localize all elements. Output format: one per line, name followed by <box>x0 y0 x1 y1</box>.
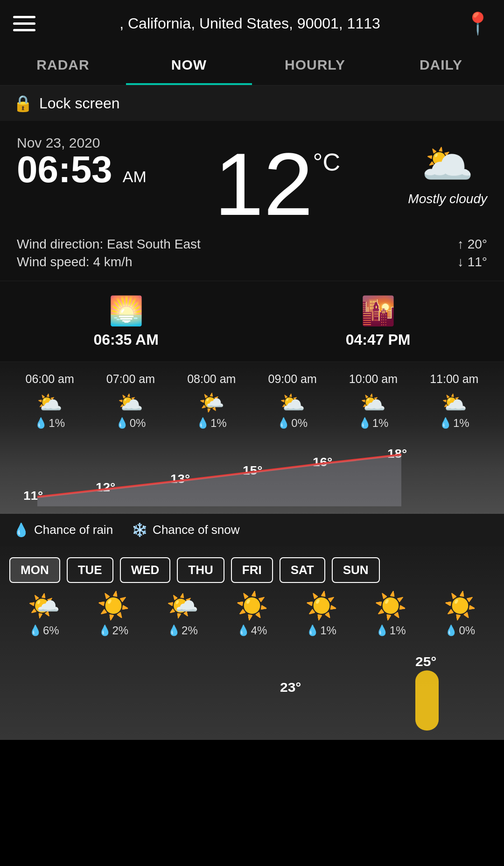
sunrise-item: 🌅 06:35 AM <box>93 294 158 348</box>
day-tab-sun[interactable]: SUN <box>332 557 380 583</box>
daily-graph-svg: 23° 25° <box>9 645 495 731</box>
lock-icon: 🔒 <box>13 94 33 113</box>
lock-screen-bar: 🔒 Lock screen <box>0 85 504 121</box>
current-weather-card: Nov 23, 2020 06:53 AM 12 °C 🌥️ Mostly cl… <box>0 121 504 281</box>
hourly-time-3: 09:00 am <box>252 372 333 386</box>
weather-description: Mostly cloudy <box>408 192 487 206</box>
daily-col-4: ☀️ 💧1% <box>287 590 356 637</box>
sunset-item: 🌇 04:47 PM <box>346 294 411 348</box>
sunset-icon: 🌇 <box>361 294 396 327</box>
sun-times-block: 🌅 06:35 AM 🌇 04:47 PM <box>0 281 504 362</box>
hourly-precip-4: 💧1% <box>358 417 389 430</box>
tab-daily[interactable]: DAILY <box>378 47 504 85</box>
hourly-icon-4: ⛅ <box>360 390 386 415</box>
wind-info: Wind direction: East South East Wind spe… <box>17 237 487 270</box>
daily-icon-2: 🌤️ <box>166 590 199 621</box>
rain-legend-icon: 💧 <box>13 522 29 538</box>
time-text: 06:53 AM <box>17 151 147 188</box>
hourly-time-0: 06:00 am <box>9 372 90 386</box>
daily-precip-0: 💧6% <box>29 624 59 637</box>
hourly-time-2: 08:00 am <box>171 372 252 386</box>
hourly-time-5: 11:00 am <box>414 372 495 386</box>
app-header: , California, United States, 90001, 1113… <box>0 0 504 47</box>
daily-precip-2: 💧2% <box>168 624 198 637</box>
hourly-precip-5: 💧1% <box>439 417 469 430</box>
tab-radar[interactable]: RADAR <box>0 47 126 85</box>
menu-button[interactable] <box>13 16 35 31</box>
location-pin-icon[interactable]: 📍 <box>464 11 491 36</box>
day-tab-sat[interactable]: SAT <box>280 557 325 583</box>
wind-speed: Wind speed: 4 km/h <box>17 255 201 270</box>
hourly-col-0: ⛅ 💧1% <box>9 390 90 430</box>
svg-rect-7 <box>415 670 439 731</box>
temperature-block: 12 °C <box>214 140 340 228</box>
wind-direction: Wind direction: East South East <box>17 237 201 252</box>
temp-high: ↑ 20° <box>457 237 487 252</box>
daily-col-5: ☀️ 💧1% <box>356 590 426 637</box>
hourly-icon-0: ⛅ <box>37 390 63 415</box>
daily-col-6: ☀️ 💧0% <box>425 590 495 637</box>
hourly-col-4: ⛅ 💧1% <box>333 390 413 430</box>
daily-icon-3: ☀️ <box>236 590 268 621</box>
snow-legend: ❄️ Chance of snow <box>132 522 239 538</box>
hourly-col-1: ⛅ 💧0% <box>90 390 171 430</box>
day-tab-fri[interactable]: FRI <box>231 557 273 583</box>
sunset-time: 04:47 PM <box>346 331 411 348</box>
hourly-time-4: 10:00 am <box>333 372 413 386</box>
rain-legend: 💧 Chance of rain <box>13 522 113 538</box>
temperature-value: 12 <box>214 140 313 228</box>
svg-marker-6 <box>37 454 401 506</box>
datetime-block: Nov 23, 2020 06:53 AM <box>17 135 147 188</box>
temp-low: ↓ 11° <box>457 255 487 270</box>
lock-screen-label: Lock screen <box>39 95 120 112</box>
daily-icon-4: ☀️ <box>305 590 338 621</box>
temp-graph-svg: 11° 12° 13° 15° 16° 18° <box>9 434 495 506</box>
weather-icon: 🌥️ <box>421 140 474 189</box>
hourly-temp-graph: 11° 12° 13° 15° 16° 18° <box>0 430 504 514</box>
hourly-section: 06:00 am 07:00 am 08:00 am 09:00 am 10:0… <box>0 362 504 514</box>
daily-precip-5: 💧1% <box>376 624 406 637</box>
hourly-precip-3: 💧0% <box>277 417 308 430</box>
hourly-times-row: 06:00 am 07:00 am 08:00 am 09:00 am 10:0… <box>0 362 504 386</box>
daily-icon-6: ☀️ <box>444 590 476 621</box>
location-text: , California, United States, 90001, 1113 <box>35 15 464 32</box>
hourly-precip-2: 💧1% <box>196 417 227 430</box>
daily-col-3: ☀️ 💧4% <box>217 590 287 637</box>
daily-icons-row: 🌤️ 💧6% ☀️ 💧2% 🌤️ 💧2% ☀️ 💧 <box>0 583 504 637</box>
snow-legend-label: Chance of snow <box>153 523 239 537</box>
hourly-time-1: 07:00 am <box>90 372 171 386</box>
tab-hourly[interactable]: HOURLY <box>252 47 378 85</box>
rain-legend-label: Chance of rain <box>34 523 113 537</box>
weather-condition-block: 🌥️ Mostly cloudy <box>408 140 487 206</box>
hourly-icon-3: ⛅ <box>280 390 305 415</box>
day-tab-thu[interactable]: THU <box>177 557 224 583</box>
hourly-icons-row: ⛅ 💧1% ⛅ 💧0% 🌤️ 💧1% ⛅ 💧0% <box>0 386 504 430</box>
hourly-col-3: ⛅ 💧0% <box>252 390 333 430</box>
day-tab-tue[interactable]: TUE <box>67 557 113 583</box>
day-tabs-row: MON TUE WED THU FRI SAT SUN <box>0 546 504 583</box>
daily-icon-5: ☀️ <box>374 590 407 621</box>
daily-col-0: 🌤️ 💧6% <box>9 590 79 637</box>
daily-col-1: ☀️ 💧2% <box>79 590 148 637</box>
daily-precip-6: 💧0% <box>445 624 475 637</box>
hourly-icon-2: 🌤️ <box>199 390 224 415</box>
legend-bar: 💧 Chance of rain ❄️ Chance of snow <box>0 514 504 546</box>
hourly-col-5: ⛅ 💧1% <box>414 390 495 430</box>
sunrise-time: 06:35 AM <box>93 331 158 348</box>
daily-icon-1: ☀️ <box>97 590 130 621</box>
daily-icon-0: 🌤️ <box>28 590 60 621</box>
daily-precip-1: 💧2% <box>98 624 129 637</box>
daily-temp-graph: 23° 25° <box>0 637 504 740</box>
day-tab-wed[interactable]: WED <box>120 557 171 583</box>
daily-precip-4: 💧1% <box>306 624 336 637</box>
hourly-icon-1: ⛅ <box>118 390 143 415</box>
svg-text:25°: 25° <box>415 654 436 669</box>
day-tab-mon[interactable]: MON <box>9 557 60 583</box>
daily-precip-3: 💧4% <box>237 624 267 637</box>
hourly-precip-1: 💧0% <box>116 417 146 430</box>
tab-now[interactable]: NOW <box>126 47 252 85</box>
sunrise-icon: 🌅 <box>109 294 144 327</box>
daily-section: MON TUE WED THU FRI SAT SUN 🌤️ 💧6% ☀️ 💧2… <box>0 546 504 740</box>
hourly-precip-0: 💧1% <box>35 417 65 430</box>
hourly-col-2: 🌤️ 💧1% <box>171 390 252 430</box>
